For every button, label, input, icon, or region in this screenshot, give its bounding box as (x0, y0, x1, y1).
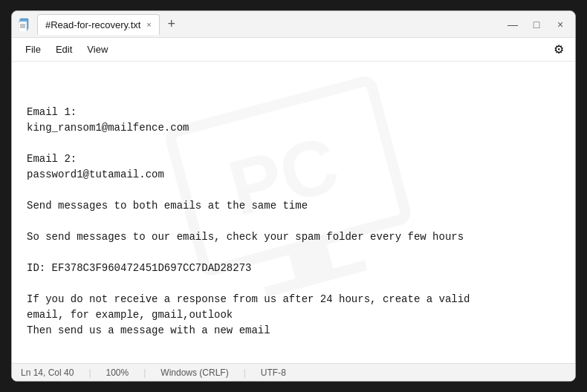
text-editor[interactable]: Email 1: king_ransom1@mailfence.com Emai… (12, 62, 575, 363)
encoding: UTF-8 (261, 368, 286, 378)
menu-bar: File Edit View ⚙ (12, 38, 575, 62)
view-menu[interactable]: View (80, 41, 115, 58)
notepad-window: PC #Read-for-recovery.txt × + — □ × Fil (11, 10, 576, 382)
window-controls: — □ × (504, 16, 569, 33)
edit-menu[interactable]: Edit (48, 41, 80, 58)
status-bar: Ln 14, Col 40 | 100% | Windows (CRLF) | … (12, 363, 575, 381)
title-bar: #Read-for-recovery.txt × + — □ × (12, 11, 575, 38)
maximize-button[interactable]: □ (528, 16, 545, 33)
new-tab-button[interactable]: + (161, 14, 182, 35)
app-icon (18, 17, 33, 32)
line-ending: Windows (CRLF) (160, 368, 228, 378)
minimize-button[interactable]: — (504, 16, 522, 33)
tab-close-button[interactable]: × (146, 20, 151, 29)
close-button[interactable]: × (551, 16, 569, 33)
tab-label: #Read-for-recovery.txt (45, 19, 140, 30)
settings-button[interactable]: ⚙ (548, 39, 569, 60)
active-tab[interactable]: #Read-for-recovery.txt × (37, 14, 160, 35)
file-menu[interactable]: File (18, 41, 48, 58)
zoom-level: 100% (106, 368, 129, 378)
editor-content: Email 1: king_ransom1@mailfence.com Emai… (27, 105, 560, 339)
cursor-position: Ln 14, Col 40 (21, 368, 74, 378)
